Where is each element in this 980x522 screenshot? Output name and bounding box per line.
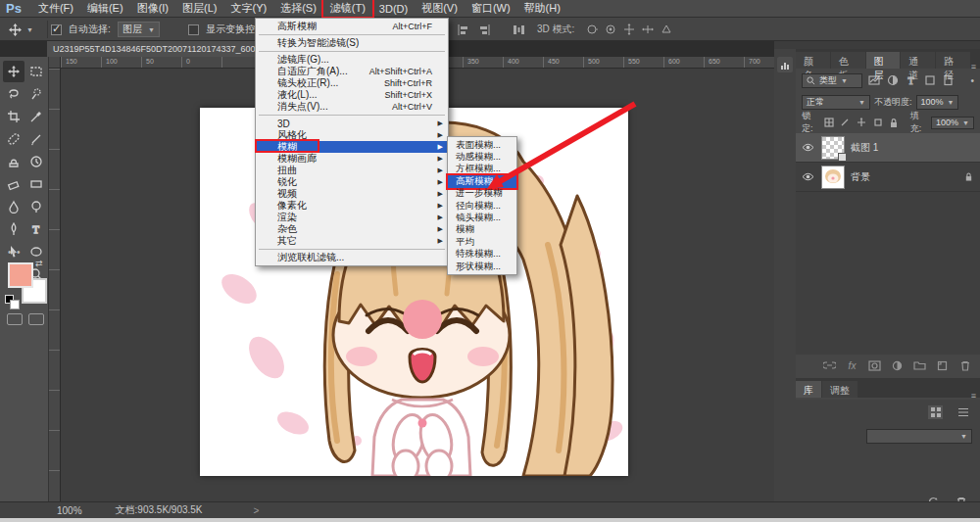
align-right-edges-button[interactable] [478, 18, 491, 41]
list-view-icon[interactable] [956, 405, 970, 419]
submenu-item-lens-blur[interactable]: 镜头模糊... [448, 212, 516, 223]
edit-toolbar-ellipsis-button[interactable]: ••• [8, 247, 22, 258]
submenu-item-surface-blur[interactable]: 表面模糊... [448, 139, 516, 151]
distribute-button[interactable] [513, 18, 525, 41]
marquee-tool-button[interactable] [25, 61, 47, 82]
menu-view[interactable]: 视图(V) [415, 0, 465, 17]
checkbox-checked-icon[interactable] [51, 24, 62, 35]
grid-view-icon[interactable] [928, 405, 943, 419]
3d-roll-icon[interactable] [605, 18, 616, 41]
eyedropper-tool-button[interactable] [25, 106, 47, 127]
fill-dropdown[interactable]: 100% ▼ [931, 117, 974, 129]
swap-colors-icon[interactable]: ⇄ [35, 259, 43, 268]
brush-tool-button[interactable] [25, 128, 47, 150]
tab-paths[interactable]: 路径 [936, 52, 970, 69]
filter-shape-layers-icon[interactable] [922, 73, 937, 87]
submenu-item-motion-blur[interactable]: 动感模糊... [448, 151, 516, 163]
layer-row-1[interactable]: 截图 1 [796, 133, 980, 163]
layer-thumbnail[interactable] [821, 166, 845, 189]
menu-help[interactable]: 帮助(H) [517, 0, 567, 17]
submenu-item-blur[interactable]: 模糊 [448, 224, 516, 236]
align-left-edges-button[interactable] [457, 18, 469, 41]
layer-row-background[interactable]: 背景 [796, 163, 980, 192]
quick-selection-tool-button[interactable] [25, 83, 47, 105]
visibility-eye-icon[interactable] [800, 169, 815, 185]
menu-file[interactable]: 文件(F) [31, 0, 80, 17]
menu-edit[interactable]: 编辑(E) [80, 0, 130, 17]
opacity-dropdown[interactable]: 100% ▼ [916, 95, 959, 110]
visibility-eye-icon[interactable] [800, 140, 815, 156]
history-brush-tool-button[interactable] [25, 151, 47, 172]
layer-name[interactable]: 背景 [851, 170, 870, 184]
new-layer-icon[interactable] [935, 358, 950, 372]
menu-image[interactable]: 图像(I) [130, 0, 175, 17]
tab-adjustments[interactable]: 调整 [822, 381, 858, 398]
lock-pixels-icon[interactable] [839, 116, 852, 129]
gradient-tool-button[interactable] [25, 173, 47, 195]
filter-toggle-icon[interactable]: • [970, 75, 974, 86]
document-tab[interactable]: U2319P55T4D134846F50DT20071120174337_600… [47, 41, 269, 57]
tab-libraries[interactable]: 库 [796, 381, 821, 398]
move-tool-preset[interactable]: ▼ [8, 18, 33, 41]
submenu-item-shape-blur[interactable]: 形状模糊... [448, 261, 516, 272]
tab-color[interactable]: 颜色 [796, 52, 830, 69]
submenu-item-gaussian-blur[interactable]: 高斯模糊... [448, 175, 516, 187]
histogram-panel-icon[interactable] [777, 57, 793, 72]
layer-effects-fx-icon[interactable]: fx [845, 358, 859, 372]
menu-filter[interactable]: 滤镜(T) [323, 0, 372, 17]
layer-name[interactable]: 截图 1 [851, 141, 878, 155]
quick-mask-mode-button[interactable] [7, 313, 23, 325]
default-colors-icon[interactable] [5, 295, 14, 304]
healing-brush-tool-button[interactable] [3, 128, 24, 150]
checkbox-unchecked-icon[interactable] [188, 24, 199, 35]
tab-channels[interactable]: 通道 [901, 52, 935, 69]
3d-pan-icon[interactable] [623, 18, 635, 41]
menu-window[interactable]: 窗口(W) [465, 0, 517, 17]
pen-tool-button[interactable] [3, 218, 24, 240]
blur-tool-button[interactable] [3, 196, 24, 217]
lock-artboard-icon[interactable] [871, 116, 884, 129]
submenu-item-average[interactable]: 平均 [448, 236, 516, 248]
submenu-item-blur-more[interactable]: 进一步模糊 [448, 188, 516, 200]
link-layers-icon[interactable] [822, 358, 837, 372]
clone-stamp-tool-button[interactable] [3, 151, 24, 172]
zoom-level[interactable]: 100% [57, 505, 82, 516]
menu-layer[interactable]: 图层(L) [175, 0, 223, 17]
auto-select-checkbox[interactable] [51, 18, 62, 41]
menu-item-convert-smart-filters[interactable]: 转换为智能滤镜(S) [256, 37, 448, 49]
lock-position-icon[interactable] [856, 116, 868, 129]
blend-mode-dropdown[interactable]: 正常 ▼ [802, 95, 870, 110]
eraser-tool-button[interactable] [3, 173, 24, 195]
panel-menu-icon[interactable]: ≡ [971, 394, 976, 398]
dodge-tool-button[interactable] [25, 196, 47, 217]
filter-smart-objects-icon[interactable] [941, 73, 956, 87]
menu-item-gaussian-blur-repeat[interactable]: 高斯模糊Alt+Ctrl+F [256, 21, 448, 32]
menu-type[interactable]: 文字(Y) [223, 0, 273, 17]
lock-all-icon[interactable] [888, 116, 901, 129]
3d-slide-icon[interactable] [642, 18, 654, 41]
submenu-item-smart-blur[interactable]: 特殊模糊... [448, 249, 516, 261]
menu-item-vanishing-point[interactable]: 消失点(V)...Alt+Ctrl+V [256, 101, 448, 113]
menu-select[interactable]: 选择(S) [273, 0, 323, 17]
panel-menu-icon[interactable]: ≡ [971, 65, 976, 69]
3d-orbit-icon[interactable] [586, 18, 598, 41]
layer-thumbnail[interactable] [821, 136, 845, 160]
type-tool-button[interactable]: T [25, 218, 47, 240]
3d-zoom-icon[interactable] [661, 18, 672, 41]
menu-3d[interactable]: 3D(D) [372, 2, 415, 16]
delete-layer-trash-icon[interactable] [957, 358, 972, 372]
move-tool-button[interactable] [3, 61, 24, 82]
show-transform-checkbox[interactable] [188, 18, 199, 41]
submenu-item-box-blur[interactable]: 方框模糊... [448, 164, 516, 175]
crop-tool-button[interactable] [3, 106, 24, 127]
adjustment-layer-icon[interactable] [890, 358, 905, 372]
tab-layers[interactable]: 图层 [866, 52, 901, 69]
submenu-item-radial-blur[interactable]: 径向模糊... [448, 200, 516, 212]
status-popup-arrow[interactable]: > [254, 505, 260, 516]
library-select-dropdown[interactable]: ▼ [866, 429, 972, 444]
add-layer-mask-icon[interactable] [867, 358, 882, 372]
auto-select-target-dropdown[interactable]: 图层▼ [118, 18, 160, 41]
filter-adjustment-layers-icon[interactable] [885, 73, 900, 87]
layer-filter-dropdown[interactable]: 类型 ▼ [802, 73, 862, 88]
lock-transparency-icon[interactable] [822, 116, 835, 129]
